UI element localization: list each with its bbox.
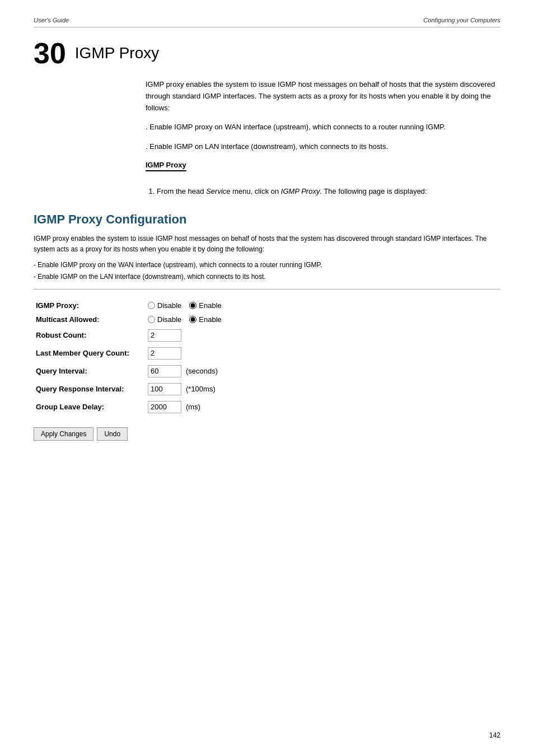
page: User's Guide Configuring your Computers …: [0, 0, 534, 756]
button-row: Apply Changes Undo: [34, 427, 500, 441]
multicast-disable-label: Disable: [157, 315, 181, 324]
step1-middle: menu, click on: [231, 187, 281, 195]
multicast-disable-option[interactable]: Disable: [148, 315, 181, 324]
form-divider: [34, 289, 500, 290]
group-leave-value: (ms): [148, 401, 339, 413]
intro-paragraph1: IGMP proxy enables the system to issue I…: [146, 79, 500, 114]
left-spacer: [34, 79, 146, 201]
field-value-query-interval: (seconds): [146, 362, 341, 380]
field-label-multicast: Multicast Allowed:: [34, 312, 146, 326]
multicast-disable-radio[interactable]: [148, 316, 155, 323]
field-label-query-response: Query Response Interval:: [34, 380, 146, 398]
multicast-radio-group: Disable Enable: [148, 315, 339, 324]
multicast-enable-option[interactable]: Enable: [189, 315, 221, 324]
table-row: Query Response Interval: (*100ms): [34, 380, 341, 398]
config-section: IGMP Proxy Configuration IGMP proxy enab…: [34, 212, 500, 441]
field-value-query-response: (*100ms): [146, 380, 341, 398]
query-response-value: (*100ms): [148, 383, 339, 395]
field-value-last-member: [146, 344, 341, 362]
intro-bullet2: . Enable IGMP on LAN interface (downstre…: [146, 141, 500, 153]
intro-content-area: IGMP proxy enables the system to issue I…: [34, 79, 500, 201]
table-row: IGMP Proxy: Disable Enable: [34, 298, 341, 312]
field-value-multicast: Disable Enable: [146, 312, 341, 326]
group-leave-input[interactable]: [148, 401, 181, 413]
chapter-title-area: 30 IGMP Proxy: [34, 39, 500, 68]
field-value-robust-count: [146, 326, 341, 344]
table-row: Query Interval: (seconds): [34, 362, 341, 380]
config-bullet1: Enable IGMP proxy on the WAN interface (…: [34, 259, 500, 270]
table-row: Robust Count:: [34, 326, 341, 344]
config-form-table: IGMP Proxy: Disable Enable: [34, 298, 341, 416]
field-label-group-leave: Group Leave Delay:: [34, 398, 146, 416]
query-response-unit: (*100ms): [186, 385, 216, 393]
query-response-input[interactable]: [148, 383, 181, 395]
config-title: IGMP Proxy Configuration: [34, 212, 500, 227]
step1-suffix: . The following page is displayed:: [320, 187, 427, 195]
intro-bullet1: . Enable IGMP proxy on WAN interface (up…: [146, 122, 500, 133]
igmp-proxy-enable-label: Enable: [199, 301, 221, 310]
section-heading: IGMP Proxy: [146, 161, 186, 171]
group-leave-unit: (ms): [186, 403, 200, 411]
multicast-enable-radio[interactable]: [189, 316, 196, 323]
header-bar: User's Guide Configuring your Computers: [34, 17, 500, 27]
step1-igmp: IGMP Proxy: [281, 187, 320, 195]
field-label-query-interval: Query Interval:: [34, 362, 146, 380]
query-interval-value: (seconds): [148, 365, 339, 377]
apply-changes-button[interactable]: Apply Changes: [34, 427, 93, 441]
page-number: 142: [489, 731, 500, 739]
undo-button[interactable]: Undo: [97, 427, 128, 441]
field-value-igmp-proxy: Disable Enable: [146, 298, 341, 312]
robust-count-input[interactable]: [148, 329, 181, 342]
instruction-step1: From the head Service menu, click on IGM…: [157, 186, 500, 198]
field-label-last-member: Last Member Query Count:: [34, 344, 146, 362]
igmp-proxy-enable-option[interactable]: Enable: [189, 301, 221, 310]
igmp-proxy-disable-radio[interactable]: [148, 302, 155, 309]
table-row: Last Member Query Count:: [34, 344, 341, 362]
multicast-enable-label: Enable: [199, 315, 221, 324]
config-bullet-list: Enable IGMP proxy on the WAN interface (…: [34, 259, 500, 282]
last-member-input[interactable]: [148, 347, 181, 360]
table-row: Group Leave Delay: (ms): [34, 398, 341, 416]
igmp-proxy-radio-group: Disable Enable: [148, 301, 339, 310]
last-member-value: [148, 347, 339, 360]
query-interval-input[interactable]: [148, 365, 181, 377]
igmp-proxy-disable-label: Disable: [157, 301, 181, 310]
query-interval-unit: (seconds): [186, 367, 218, 375]
field-label-igmp-proxy: IGMP Proxy:: [34, 298, 146, 312]
instructions-list: From the head Service menu, click on IGM…: [146, 186, 500, 198]
field-value-group-leave: (ms): [146, 398, 341, 416]
right-content: IGMP proxy enables the system to issue I…: [146, 79, 500, 201]
igmp-proxy-disable-option[interactable]: Disable: [148, 301, 181, 310]
header-right: Configuring your Computers: [423, 17, 500, 24]
header-left: User's Guide: [34, 17, 69, 24]
table-row: Multicast Allowed: Disable Enable: [34, 312, 341, 326]
step1-prefix: From the head: [157, 187, 206, 195]
chapter-number: 30: [34, 39, 66, 68]
config-desc1: IGMP proxy enables the system to issue I…: [34, 234, 500, 255]
chapter-title: IGMP Proxy: [75, 44, 159, 62]
step1-service: Service: [206, 187, 230, 195]
igmp-proxy-enable-radio[interactable]: [189, 302, 196, 309]
config-bullet2: Enable IGMP on the LAN interface (downst…: [34, 271, 500, 282]
field-label-robust-count: Robust Count:: [34, 326, 146, 344]
robust-count-value: [148, 329, 339, 342]
